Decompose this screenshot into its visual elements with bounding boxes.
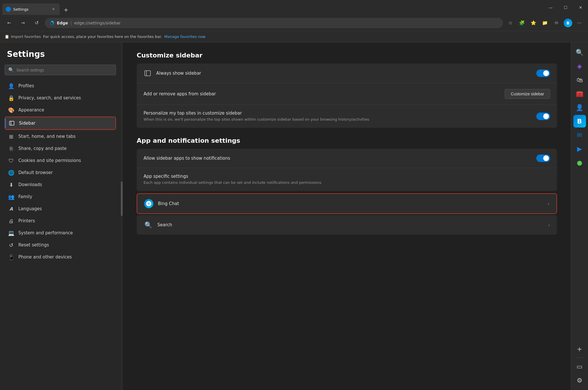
personalize-label: Personalize my top sites in customize si… — [144, 111, 532, 116]
cookies-icon: 🛡 — [8, 157, 14, 164]
always-show-sidebar-row: Always show sidebar — [137, 63, 557, 83]
customize-section-title: Customize sidebar — [137, 52, 557, 59]
close-button[interactable]: ✕ — [573, 0, 588, 15]
manage-favorites-link[interactable]: Manage favorites now — [164, 34, 206, 39]
reset-icon: ↺ — [8, 242, 14, 248]
extensions-button[interactable]: 🧩 — [517, 18, 527, 28]
always-show-toggle[interactable] — [536, 69, 550, 77]
sidebar-item-downloads[interactable]: ⬇ Downloads — [5, 179, 116, 191]
address-bar[interactable]: Edge | edge://settings/sidebar — [45, 18, 503, 28]
refresh-button[interactable]: ↺ — [31, 17, 42, 29]
svg-rect-2 — [145, 71, 150, 76]
tab-bar: Settings ✕ + — [2, 0, 543, 15]
favbar-text: For quick access, place your favorites h… — [43, 34, 162, 39]
app-specific-desc: Each app contains individual settings th… — [144, 180, 550, 185]
settings-tab-title: Settings — [13, 7, 48, 11]
sidebar-item-privacy[interactable]: 🔒 Privacy, search, and services — [5, 92, 116, 104]
import-favorites-button[interactable]: 📋 Import favorites — [5, 34, 41, 39]
sidebar-item-label-family: Family — [18, 194, 32, 199]
sidebar-item-sidebar[interactable]: Sidebar — [5, 117, 115, 129]
minimize-button[interactable]: — — [543, 0, 558, 15]
new-tab-button[interactable]: + — [61, 5, 71, 15]
personalize-row: Personalize my top sites in customize si… — [137, 105, 557, 128]
settings-tab[interactable]: Settings ✕ — [2, 3, 60, 15]
sidebar-item-printers[interactable]: 🖨 Printers — [5, 215, 116, 227]
more-button[interactable]: ⋯ — [574, 18, 585, 28]
customize-sidebar-button[interactable]: Customize sidebar — [505, 89, 550, 99]
favorites-button[interactable]: ⭐ — [528, 18, 539, 28]
sidebar-item-share-copy[interactable]: ⎘ Share, copy and paste — [5, 142, 116, 155]
appearance-icon: 🎨 — [8, 107, 14, 113]
copilot-button[interactable]: ♾ — [551, 18, 562, 28]
forward-button[interactable]: → — [17, 17, 29, 29]
bing-chat-row-wrapper: Bing Chat › — [137, 193, 557, 214]
edge-right-sidebar: 🔍 ◈ 🛍 🧰 👤 B ✉ ▶ ● + ▭ ⚙ — [571, 43, 588, 390]
sidebar-scrollbar[interactable] — [121, 43, 123, 390]
address-separator: | — [70, 20, 72, 26]
add-remove-label: Add or remove apps from sidebar — [144, 91, 500, 96]
sidebar-item-label-share-copy: Share, copy and paste — [18, 146, 67, 151]
app-specific-row: App specific settings Each app contains … — [137, 168, 557, 191]
add-remove-apps-row: Add or remove apps from sidebar Customiz… — [137, 83, 557, 105]
sidebar-item-label-phone: Phone and other devices — [18, 254, 72, 260]
sidebar-item-label-printers: Printers — [18, 218, 35, 223]
search-row[interactable]: 🔍 Search › — [137, 215, 557, 235]
allow-notifications-toggle[interactable] — [536, 155, 550, 162]
right-sidebar-window-button[interactable]: ▭ — [573, 360, 586, 373]
bing-chat-chevron: › — [548, 201, 550, 206]
settings-sidebar: Settings 🔍 👤 Profiles 🔒 Privacy, search,… — [0, 43, 121, 390]
search-box[interactable]: 🔍 — [5, 65, 116, 75]
app-section-title: App and notification settings — [137, 137, 557, 144]
right-sidebar-nav-button[interactable]: ▶ — [573, 142, 586, 155]
languages-icon: A — [8, 206, 14, 212]
settings-tab-icon — [6, 7, 11, 12]
personalize-toggle[interactable] — [536, 113, 550, 120]
right-sidebar-add-button[interactable]: + — [573, 343, 586, 355]
right-sidebar-outlook-button[interactable]: ✉ — [573, 129, 586, 141]
sidebar-item-profiles[interactable]: 👤 Profiles — [5, 80, 116, 92]
sidebar-item-family[interactable]: 👥 Family — [5, 191, 116, 203]
sidebar-item-system[interactable]: 💻 System and performance — [5, 227, 116, 239]
sidebar-icon — [9, 120, 15, 126]
right-sidebar-avatar-button[interactable]: 👤 — [573, 101, 586, 114]
right-sidebar-settings-button[interactable]: ⚙ — [573, 374, 586, 387]
start-home-icon: ⊞ — [8, 133, 14, 140]
downloads-icon: ⬇ — [8, 182, 14, 188]
personalize-desc: When this is on, we'll personalize the t… — [144, 117, 532, 122]
sidebar-item-default-browser[interactable]: 🌐 Default browser — [5, 167, 116, 179]
back-button[interactable]: ← — [3, 17, 15, 29]
right-sidebar-copilot-button[interactable]: ◈ — [573, 60, 586, 72]
profile-button[interactable]: B — [563, 18, 573, 28]
maximize-button[interactable]: ☐ — [558, 0, 573, 15]
nav-icons: ☆ 🧩 ⭐ 📁 ♾ B ⋯ — [505, 18, 585, 28]
search-input[interactable] — [16, 68, 112, 72]
printers-icon: 🖨 — [8, 218, 14, 224]
sidebar-item-start-home[interactable]: ⊞ Start, home, and new tabs — [5, 130, 116, 142]
right-sidebar-shopping-button[interactable]: 🛍 — [573, 74, 586, 86]
main-layout: Settings 🔍 👤 Profiles 🔒 Privacy, search,… — [0, 43, 588, 390]
svg-rect-0 — [9, 121, 14, 125]
allow-notifications-text: Allow sidebar apps to show notifications — [144, 156, 532, 161]
right-sidebar-bing-button[interactable]: B — [573, 115, 586, 128]
bing-chat-row[interactable]: Bing Chat › — [137, 194, 556, 213]
right-sidebar-tools-button[interactable]: 🧰 — [573, 87, 586, 100]
favorites-star-button[interactable]: ☆ — [505, 18, 516, 28]
tab-close-button[interactable]: ✕ — [51, 6, 56, 12]
sidebar-item-phone[interactable]: 📱 Phone and other devices — [5, 251, 116, 263]
sidebar-item-label-languages: Languages — [18, 206, 42, 211]
sidebar-item-label-default-browser: Default browser — [18, 170, 53, 175]
collections-button[interactable]: 📁 — [540, 18, 550, 28]
sidebar-item-languages[interactable]: A Languages — [5, 203, 116, 215]
app-specific-text: App specific settings Each app contains … — [144, 174, 550, 185]
add-remove-text: Add or remove apps from sidebar — [144, 91, 500, 96]
always-show-icon — [144, 69, 152, 77]
sidebar-item-cookies[interactable]: 🛡 Cookies and site permissions — [5, 155, 116, 167]
search-row-wrapper: 🔍 Search › — [137, 215, 557, 235]
sidebar-item-reset[interactable]: ↺ Reset settings — [5, 239, 116, 251]
allow-notifications-row: Allow sidebar apps to show notifications — [137, 149, 557, 168]
sidebar-item-label-start-home: Start, home, and new tabs — [18, 134, 76, 139]
sidebar-item-appearance[interactable]: 🎨 Appearance — [5, 104, 116, 116]
right-sidebar-search-button[interactable]: 🔍 — [573, 46, 586, 59]
allow-notifications-label: Allow sidebar apps to show notifications — [144, 156, 532, 161]
right-sidebar-games-button[interactable]: ● — [573, 156, 586, 169]
